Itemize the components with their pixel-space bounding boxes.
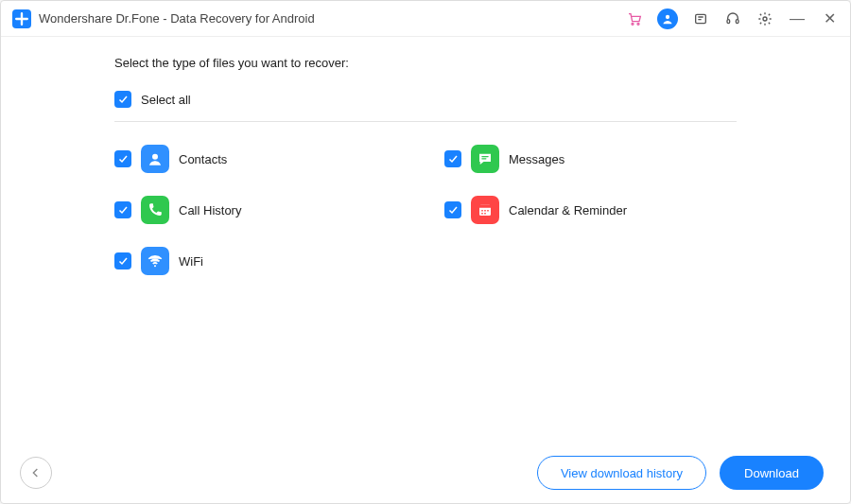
file-type-contacts: Contacts [114,145,407,173]
svg-rect-13 [484,210,486,212]
select-all-label: Select all [141,93,191,107]
cart-icon[interactable] [625,9,644,28]
contacts-icon [141,145,169,173]
svg-point-7 [152,154,158,160]
app-window: Wondershare Dr.Fone - Data Recovery for … [0,0,851,504]
svg-rect-16 [484,213,486,215]
feedback-icon[interactable] [691,9,710,28]
file-type-wifi: WiFi [114,247,407,275]
svg-rect-15 [481,213,483,215]
calendar-icon [471,196,499,224]
file-type-label: Call History [179,203,241,217]
svg-rect-12 [481,210,483,212]
call-history-icon [141,196,169,224]
svg-rect-8 [481,156,489,157]
app-logo [12,9,31,28]
svg-point-17 [154,265,156,267]
file-type-label: Messages [509,152,564,166]
download-button[interactable]: Download [720,456,824,490]
wifi-icon [141,247,169,275]
file-type-call-history: Call History [114,196,407,224]
file-type-label: Calendar & Reminder [509,203,627,217]
checkbox-messages[interactable] [444,150,461,167]
svg-point-2 [666,14,669,18]
svg-rect-5 [736,19,738,23]
main-content: Select the type of files you want to rec… [1,37,850,443]
checkbox-contacts[interactable] [114,150,131,167]
svg-rect-11 [479,205,491,208]
checkbox-wifi[interactable] [114,252,131,269]
svg-rect-9 [481,158,486,159]
file-type-messages: Messages [444,145,737,173]
close-button[interactable]: ✕ [820,9,839,28]
back-button[interactable] [20,457,52,489]
user-icon[interactable] [657,9,678,29]
checkbox-calendar[interactable] [444,201,461,218]
view-download-history-button[interactable]: View download history [537,456,706,490]
file-type-label: Contacts [179,152,227,166]
select-all-checkbox[interactable] [114,91,131,108]
support-icon[interactable] [723,9,742,28]
file-type-label: WiFi [179,254,203,269]
titlebar: Wondershare Dr.Fone - Data Recovery for … [1,1,850,37]
minimize-button[interactable]: — [788,9,807,28]
prompt-text: Select the type of files you want to rec… [114,56,737,70]
svg-point-0 [632,23,634,25]
svg-point-6 [763,17,767,21]
svg-rect-4 [727,19,730,23]
titlebar-actions: — ✕ [625,9,839,29]
file-type-grid: Contacts Messages Call History [114,145,737,275]
messages-icon [471,145,499,173]
svg-rect-14 [487,210,489,212]
select-all-row: Select all [114,91,737,122]
svg-point-1 [637,23,639,25]
footer: View download history Download [1,443,850,503]
file-type-calendar: Calendar & Reminder [444,196,737,224]
settings-icon[interactable] [755,9,774,28]
checkbox-call-history[interactable] [114,201,131,218]
app-title: Wondershare Dr.Fone - Data Recovery for … [39,11,315,26]
